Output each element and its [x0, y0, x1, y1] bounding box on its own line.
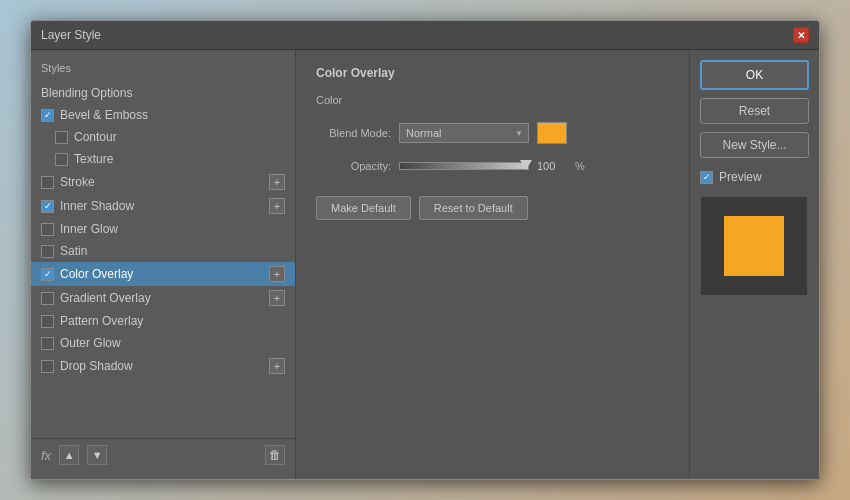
preview-box — [700, 196, 808, 296]
stroke-checkbox[interactable] — [41, 176, 54, 189]
title-bar: Layer Style ✕ — [31, 21, 819, 50]
move-down-button[interactable]: ▼ — [87, 445, 107, 465]
trash-icon: 🗑 — [269, 448, 281, 462]
section-sub-title: Color — [316, 94, 669, 106]
percent-label: % — [575, 160, 585, 172]
contour-label: Contour — [74, 130, 117, 144]
bevel-emboss-checkbox[interactable] — [41, 109, 54, 122]
section-title: Color Overlay — [316, 66, 669, 80]
reset-to-default-button[interactable]: Reset to Default — [419, 196, 528, 220]
right-panel: OK Reset New Style... Preview — [689, 50, 819, 479]
opacity-label: Opacity: — [316, 160, 391, 172]
preview-label: Preview — [719, 170, 762, 184]
preview-checkbox[interactable] — [700, 171, 713, 184]
opacity-row: Opacity: 100 % — [316, 160, 669, 172]
left-panel: Styles Blending Options Bevel & Emboss C… — [31, 50, 296, 479]
gradient-overlay-add-button[interactable]: + — [269, 290, 285, 306]
inner-shadow-checkbox[interactable] — [41, 200, 54, 213]
texture-checkbox[interactable] — [55, 153, 68, 166]
blending-options-label: Blending Options — [41, 86, 132, 100]
color-overlay-label: Color Overlay — [60, 267, 133, 281]
sidebar-item-stroke[interactable]: Stroke + — [31, 170, 295, 194]
inner-shadow-add-button[interactable]: + — [269, 198, 285, 214]
color-overlay-checkbox[interactable] — [41, 268, 54, 281]
action-buttons-row: Make Default Reset to Default — [316, 196, 669, 220]
sidebar-item-gradient-overlay[interactable]: Gradient Overlay + — [31, 286, 295, 310]
outer-glow-label: Outer Glow — [60, 336, 121, 350]
sidebar-item-color-overlay[interactable]: Color Overlay + — [31, 262, 295, 286]
blend-mode-select-wrapper: Normal Dissolve Multiply Screen Overlay — [399, 123, 529, 143]
make-default-button[interactable]: Make Default — [316, 196, 411, 220]
dialog-title: Layer Style — [41, 28, 101, 42]
drop-shadow-label: Drop Shadow — [60, 359, 133, 373]
dialog-body: Styles Blending Options Bevel & Emboss C… — [31, 50, 819, 479]
sidebar-item-texture[interactable]: Texture — [31, 148, 295, 170]
preview-label-row: Preview — [700, 170, 809, 184]
inner-glow-label: Inner Glow — [60, 222, 118, 236]
up-arrow-icon: ▲ — [64, 449, 75, 461]
drop-shadow-add-button[interactable]: + — [269, 358, 285, 374]
outer-glow-checkbox[interactable] — [41, 337, 54, 350]
satin-label: Satin — [60, 244, 87, 258]
bevel-emboss-label: Bevel & Emboss — [60, 108, 148, 122]
sidebar-item-bevel-emboss[interactable]: Bevel & Emboss — [31, 104, 295, 126]
middle-panel: Color Overlay Color Blend Mode: Normal D… — [296, 50, 689, 479]
sidebar-item-outer-glow[interactable]: Outer Glow — [31, 332, 295, 354]
sidebar-item-contour[interactable]: Contour — [31, 126, 295, 148]
inner-glow-checkbox[interactable] — [41, 223, 54, 236]
new-style-button[interactable]: New Style... — [700, 132, 809, 158]
texture-label: Texture — [74, 152, 113, 166]
color-overlay-add-button[interactable]: + — [269, 266, 285, 282]
pattern-overlay-checkbox[interactable] — [41, 315, 54, 328]
opacity-value: 100 — [537, 160, 567, 172]
styles-title: Styles — [31, 58, 295, 82]
move-up-button[interactable]: ▲ — [59, 445, 79, 465]
stroke-label: Stroke — [60, 175, 95, 189]
sidebar-item-drop-shadow[interactable]: Drop Shadow + — [31, 354, 295, 378]
fx-label: fx — [41, 448, 51, 463]
gradient-overlay-checkbox[interactable] — [41, 292, 54, 305]
sidebar-item-satin[interactable]: Satin — [31, 240, 295, 262]
delete-button[interactable]: 🗑 — [265, 445, 285, 465]
color-swatch[interactable] — [537, 122, 567, 144]
layer-style-dialog: Layer Style ✕ Styles Blending Options Be… — [30, 20, 820, 480]
sidebar-item-pattern-overlay[interactable]: Pattern Overlay — [31, 310, 295, 332]
blend-mode-label: Blend Mode: — [316, 127, 391, 139]
pattern-overlay-label: Pattern Overlay — [60, 314, 143, 328]
contour-checkbox[interactable] — [55, 131, 68, 144]
opacity-thumb — [520, 160, 532, 170]
inner-shadow-label: Inner Shadow — [60, 199, 134, 213]
sidebar-item-blending-options[interactable]: Blending Options — [31, 82, 295, 104]
left-panel-toolbar: fx ▲ ▼ 🗑 — [31, 438, 295, 471]
sidebar-item-inner-glow[interactable]: Inner Glow — [31, 218, 295, 240]
gradient-overlay-label: Gradient Overlay — [60, 291, 151, 305]
opacity-slider[interactable] — [399, 162, 529, 170]
preview-square — [724, 216, 784, 276]
stroke-add-button[interactable]: + — [269, 174, 285, 190]
down-arrow-icon: ▼ — [92, 449, 103, 461]
ok-button[interactable]: OK — [700, 60, 809, 90]
blend-mode-select[interactable]: Normal Dissolve Multiply Screen Overlay — [399, 123, 529, 143]
sidebar-item-inner-shadow[interactable]: Inner Shadow + — [31, 194, 295, 218]
reset-button[interactable]: Reset — [700, 98, 809, 124]
close-button[interactable]: ✕ — [793, 27, 809, 43]
satin-checkbox[interactable] — [41, 245, 54, 258]
drop-shadow-checkbox[interactable] — [41, 360, 54, 373]
blend-mode-row: Blend Mode: Normal Dissolve Multiply Scr… — [316, 122, 669, 144]
